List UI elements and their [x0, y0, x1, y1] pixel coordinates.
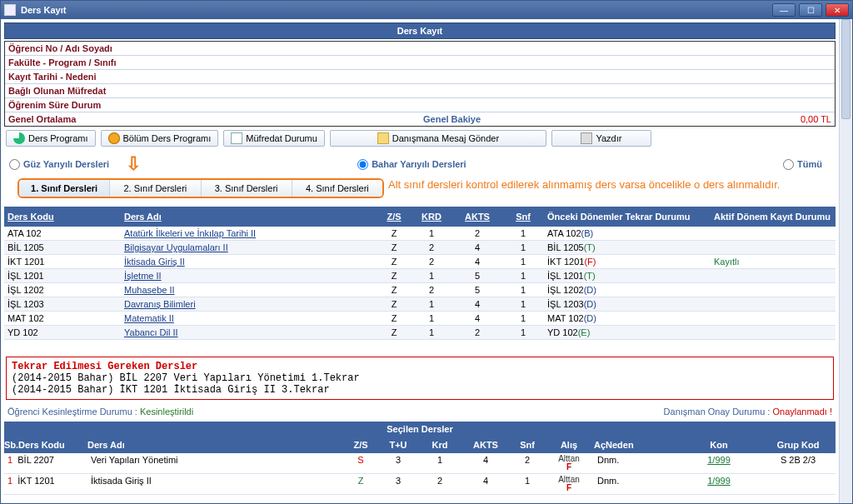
cell-snf: 1	[502, 227, 544, 240]
annotation-text: Alt sınıf dersleri kontrol edilerek alın…	[388, 178, 780, 191]
refresh-icon	[13, 132, 25, 144]
label-genel-bakiye: Genel Bakiye	[420, 112, 586, 126]
cell-akts: 4	[452, 312, 502, 325]
selected-row[interactable]: 1 İKT 1201İktisada Giriş IIZ3241AlttanFD…	[4, 474, 836, 495]
course-name-link[interactable]: Muhasebe II	[124, 285, 175, 295]
toolbar: Ders Programı Bölüm Ders Programı Müfred…	[1, 127, 839, 150]
student-info-box: Öğrenci No / Adı Soyadı Fakülte - Progra…	[4, 41, 836, 127]
cell-snf: 1	[502, 297, 544, 311]
window-title: Ders Kayıt	[21, 5, 772, 15]
tab-sinif-1[interactable]: 1. Sınıf Dersleri	[19, 180, 110, 197]
hdr-akts[interactable]: AKTS	[452, 210, 502, 223]
radio-guz[interactable]: Güz Yarıyılı Dersleri	[9, 159, 109, 170]
label-mufredat: Bağlı Olunan Müfredat	[5, 84, 420, 97]
cell-code: YD 102	[4, 326, 121, 339]
ders-programi-label: Ders Programı	[28, 133, 88, 143]
cell-prev: MAT 102(D)	[544, 312, 711, 325]
shdr-alis[interactable]: Alış	[544, 440, 594, 450]
label-fakulte: Fakülte - Program / Sınıfı	[5, 56, 420, 69]
course-row[interactable]: İKT 1201İktisada Giriş IIZ241İKT 1201(F)…	[4, 255, 836, 269]
window-minimize-button[interactable]: —	[772, 3, 796, 17]
course-name-link[interactable]: İşletme II	[124, 271, 162, 281]
hdr-ders-adi[interactable]: Ders Adı	[121, 210, 377, 223]
tab-sinif-3[interactable]: 3. Sınıf Dersleri	[202, 180, 292, 197]
shdr-name[interactable]: Ders Adı	[87, 440, 344, 450]
course-row[interactable]: MAT 102Matematik IIZ141MAT 102(D)	[4, 312, 836, 326]
course-row[interactable]: İŞL 1201İşletme IIZ151İŞL 1201(T)	[4, 269, 836, 283]
danismana-mesaj-button[interactable]: Danışmana Mesaj Gönder	[330, 130, 546, 147]
shdr-akts[interactable]: AKTS	[461, 440, 511, 450]
kon-link[interactable]: 1/999	[707, 476, 731, 486]
cell-prev: İŞL 1201(T)	[544, 269, 711, 282]
shdr-krd[interactable]: Krd	[419, 440, 461, 450]
cell-aktif	[711, 312, 836, 325]
selected-grid-body: 1 BİL 2207Veri Yapıları YönetimiS3142Alt…	[1, 453, 839, 495]
scell-sb: 1 BİL 2207	[4, 453, 87, 473]
course-row[interactable]: İŞL 1203Davranış BilimleriZ141İŞL 1203(D…	[4, 297, 836, 312]
cell-prev: İŞL 1203(D)	[544, 297, 711, 311]
scell-grp: S 2B 2/3	[761, 453, 836, 473]
scell-grp	[761, 474, 836, 494]
cell-code: İŞL 1203	[4, 297, 121, 311]
hdr-snf[interactable]: Snf	[502, 210, 544, 223]
kon-link[interactable]: 1/999	[707, 455, 731, 465]
vertical-scrollbar[interactable]	[839, 19, 852, 503]
repeat-line-2: (2014-2015 Bahar) İKT 1201 İktisada Giri…	[12, 384, 828, 396]
radio-tumu[interactable]: Tümü	[783, 159, 822, 170]
yazdir-button[interactable]: Yazdır	[551, 130, 651, 147]
course-name-link[interactable]: Matematik II	[124, 313, 174, 323]
cell-prev: ATA 102(B)	[544, 227, 711, 240]
cell-akts: 2	[452, 326, 502, 339]
course-name-link[interactable]: Atatürk İlkeleri ve İnkılap Tarihi II	[124, 228, 256, 238]
shdr-sb[interactable]: Sb.Ders Kodu	[4, 440, 87, 450]
hdr-zs[interactable]: Z/S	[377, 210, 411, 223]
cell-zs: Z	[377, 241, 411, 254]
app-icon	[4, 4, 16, 16]
hdr-krd[interactable]: KRD	[411, 210, 452, 223]
window-close-button[interactable]: ✕	[826, 3, 849, 17]
mufredat-durumu-label: Müfredat Durumu	[246, 133, 317, 143]
kesin-value: Kesinleştirildi	[140, 407, 193, 417]
radio-bahar[interactable]: Bahar Yarıyılı Dersleri	[357, 159, 466, 170]
cell-krd: 1	[411, 227, 452, 240]
course-row[interactable]: İŞL 1202Muhasebe IIZ251İŞL 1202(D)	[4, 283, 836, 297]
shdr-snf[interactable]: Snf	[511, 440, 544, 450]
shdr-kon[interactable]: Kon	[677, 440, 761, 450]
cell-prev: BİL 1205(T)	[544, 241, 711, 254]
tab-sinif-2[interactable]: 2. Sınıf Dersleri	[110, 180, 201, 197]
course-name-link[interactable]: İktisada Giriş II	[124, 257, 185, 267]
label-ogrenci: Öğrenci No / Adı Soyadı	[5, 42, 420, 55]
shdr-tu[interactable]: T+U	[377, 440, 419, 450]
course-row[interactable]: YD 102Yabancı Dil IIZ121YD 102(E)	[4, 326, 836, 340]
tab-sinif-4[interactable]: 4. Sınıf Dersleri	[292, 180, 382, 197]
scell-akts: 4	[461, 474, 511, 494]
cell-zs: Z	[377, 326, 411, 339]
ders-programi-button[interactable]: Ders Programı	[6, 130, 96, 147]
course-row[interactable]: ATA 102Atatürk İlkeleri ve İnkılap Tarih…	[4, 227, 836, 241]
onay-value: Onaylanmadı !	[772, 407, 832, 417]
cell-zs: Z	[377, 283, 411, 297]
hdr-ders-kodu[interactable]: Ders Kodu	[4, 210, 121, 223]
shdr-grp[interactable]: Grup Kod	[761, 440, 836, 450]
selected-row[interactable]: 1 BİL 2207Veri Yapıları YönetimiS3142Alt…	[4, 453, 836, 474]
course-name-link[interactable]: Davranış Bilimleri	[124, 299, 196, 309]
course-row[interactable]: BİL 1205Bilgisayar Uygulamaları IIZ241Bİ…	[4, 241, 836, 255]
window-maximize-button[interactable]: ☐	[799, 3, 822, 17]
cell-code: ATA 102	[4, 227, 121, 240]
course-name-link[interactable]: Bilgisayar Uygulamaları II	[124, 242, 228, 252]
hdr-onceki[interactable]: Önceki Dönemler Tekrar Durumu	[544, 210, 711, 223]
cell-zs: Z	[377, 255, 411, 268]
kesin-label: Öğrenci Kesinleştirme Durumu :	[7, 407, 140, 417]
bolum-ders-programi-button[interactable]: Bölüm Ders Programı	[101, 130, 219, 147]
scrollbar-thumb[interactable]	[841, 19, 851, 119]
cell-zs: Z	[377, 297, 411, 311]
cell-akts: 4	[452, 297, 502, 311]
hdr-aktif[interactable]: Aktif Dönem Kayıt Durumu	[711, 210, 836, 223]
course-name-link[interactable]: Yabancı Dil II	[124, 327, 178, 337]
cell-snf: 1	[502, 283, 544, 297]
cell-krd: 2	[411, 255, 452, 268]
shdr-zs[interactable]: Z/S	[344, 440, 377, 450]
mufredat-durumu-button[interactable]: Müfredat Durumu	[223, 130, 325, 147]
shdr-acn[interactable]: AçNeden	[594, 440, 677, 450]
scell-kon: 1/999	[677, 474, 761, 494]
